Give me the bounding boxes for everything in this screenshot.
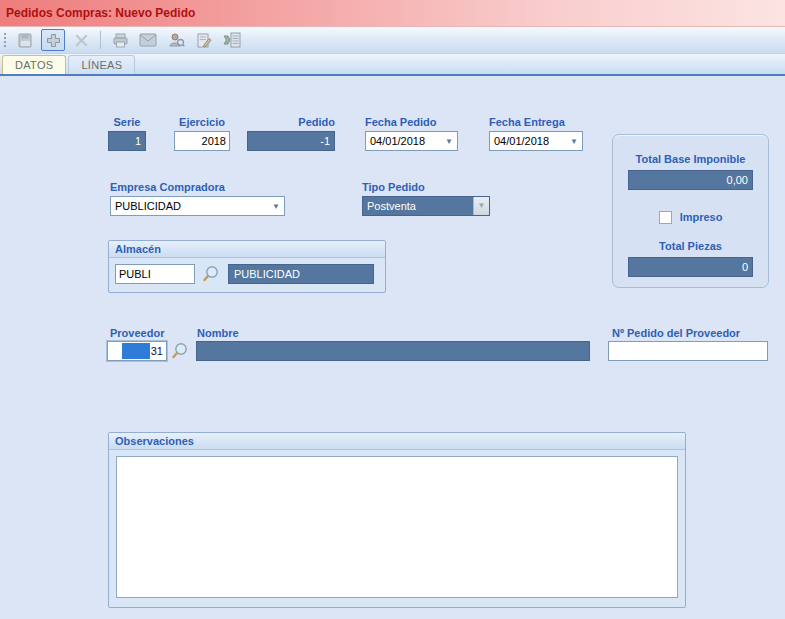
fecha-entrega-label: Fecha Entrega	[489, 116, 583, 128]
fecha-pedido-select[interactable]: 04/01/2018 ▼	[365, 131, 458, 151]
observaciones-textarea[interactable]	[116, 456, 678, 598]
app-window: Pedidos Compras: Nuevo Pedido	[0, 0, 785, 619]
toolbar-separator	[100, 31, 101, 49]
edit-document-icon	[196, 32, 212, 49]
fecha-pedido-label: Fecha Pedido	[365, 116, 458, 128]
print-button[interactable]	[108, 29, 132, 51]
total-base-imponible-field: 0,00	[628, 170, 753, 190]
text-selection	[122, 343, 150, 359]
search-contact-button[interactable]	[164, 29, 188, 51]
save-button[interactable]	[13, 29, 37, 51]
form-content: Serie 1 Ejercicio Pedido -1 Fecha Pedido…	[0, 76, 785, 617]
num-pedido-proveedor-input[interactable]	[608, 341, 768, 361]
email-button[interactable]	[136, 29, 160, 51]
fecha-entrega-select[interactable]: 04/01/2018 ▼	[489, 131, 583, 151]
chevron-down-icon: ▼	[473, 197, 489, 215]
almacen-code-input[interactable]	[115, 264, 195, 284]
ejercicio-label: Ejercicio	[174, 116, 230, 128]
nombre-label: Nombre	[197, 327, 239, 339]
toolbar	[0, 27, 785, 54]
empresa-compradora-label: Empresa Compradora	[110, 181, 285, 193]
ejercicio-input[interactable]	[174, 131, 230, 151]
observaciones-group-label: Observaciones	[109, 433, 685, 450]
tipo-pedido-select: Postventa ▼	[362, 196, 490, 216]
tab-strip: DATOS LÍNEAS	[0, 54, 785, 76]
almacen-lookup-icon[interactable]	[201, 264, 221, 284]
chevron-down-icon[interactable]: ▼	[566, 137, 582, 146]
email-icon	[139, 33, 157, 47]
impreso-label: Impreso	[680, 211, 723, 223]
almacen-group-label: Almacén	[109, 241, 385, 258]
almacen-groupbox: Almacén PUBLICIDAD	[108, 240, 386, 293]
tipo-pedido-label: Tipo Pedido	[362, 181, 490, 193]
nombre-field	[196, 341, 590, 361]
pedido-label: Pedido	[247, 116, 335, 128]
tab-datos[interactable]: DATOS	[2, 55, 66, 74]
proveedor-lookup-icon[interactable]	[170, 341, 190, 361]
chevron-down-icon[interactable]: ▼	[441, 137, 457, 146]
totals-panel: Total Base Imponible 0,00 Impreso Total …	[612, 134, 769, 288]
delete-button[interactable]	[69, 29, 93, 51]
delete-icon	[74, 33, 89, 48]
export-excel-button[interactable]	[220, 29, 244, 51]
toolbar-grip[interactable]	[2, 31, 7, 49]
num-pedido-proveedor-label: Nº Pedido del Proveedor	[612, 327, 740, 339]
chevron-down-icon[interactable]: ▼	[268, 202, 284, 211]
pedido-field: -1	[247, 131, 335, 151]
excel-icon	[223, 32, 241, 48]
impreso-checkbox[interactable]	[659, 211, 672, 224]
printer-icon	[112, 32, 129, 49]
observaciones-groupbox: Observaciones	[108, 432, 686, 608]
total-base-imponible-label: Total Base Imponible	[613, 153, 768, 165]
total-piezas-field: 0	[628, 257, 753, 277]
serie-label: Serie	[108, 116, 146, 128]
proveedor-input[interactable]: 31	[107, 341, 167, 361]
edit-document-button[interactable]	[192, 29, 216, 51]
save-icon	[17, 32, 34, 49]
tab-lineas[interactable]: LÍNEAS	[68, 55, 135, 74]
almacen-name-field: PUBLICIDAD	[228, 264, 374, 284]
search-person-icon	[168, 32, 185, 49]
proveedor-label: Proveedor	[110, 327, 164, 339]
title-bar: Pedidos Compras: Nuevo Pedido	[0, 0, 785, 27]
page-title: Pedidos Compras: Nuevo Pedido	[6, 6, 195, 20]
total-piezas-label: Total Piezas	[613, 240, 768, 252]
add-button[interactable]	[41, 29, 65, 51]
empresa-compradora-select[interactable]: PUBLICIDAD ▼	[110, 196, 285, 216]
serie-field: 1	[108, 131, 146, 151]
add-icon	[45, 32, 62, 49]
